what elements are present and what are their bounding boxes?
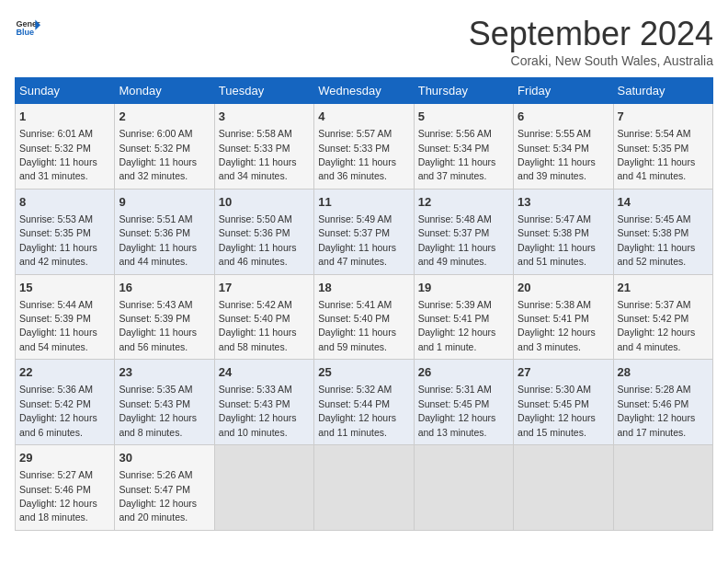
calendar-cell — [613, 445, 712, 531]
cell-info: Sunrise: 6:00 AMSunset: 5:32 PMDaylight:… — [119, 128, 197, 181]
calendar-cell: 27Sunrise: 5:30 AMSunset: 5:45 PMDayligh… — [514, 360, 613, 445]
calendar-cell: 6Sunrise: 5:55 AMSunset: 5:34 PMDaylight… — [514, 104, 613, 190]
cell-info: Sunrise: 5:48 AMSunset: 5:37 PMDaylight:… — [418, 213, 496, 267]
cell-info: Sunrise: 5:36 AMSunset: 5:42 PMDaylight:… — [19, 384, 97, 437]
calendar-cell: 15Sunrise: 5:44 AMSunset: 5:39 PMDayligh… — [16, 274, 115, 360]
cell-info: Sunrise: 5:33 AMSunset: 5:43 PMDaylight:… — [219, 384, 297, 437]
col-friday: Friday — [514, 78, 613, 104]
location: Coraki, New South Wales, Australia — [469, 53, 713, 68]
calendar-cell: 19Sunrise: 5:39 AMSunset: 5:41 PMDayligh… — [414, 274, 513, 360]
day-number: 20 — [518, 280, 609, 296]
calendar-cell: 13Sunrise: 5:47 AMSunset: 5:38 PMDayligh… — [514, 189, 613, 274]
calendar-cell: 21Sunrise: 5:37 AMSunset: 5:42 PMDayligh… — [613, 274, 712, 360]
day-number: 18 — [318, 280, 409, 296]
calendar-cell — [514, 445, 613, 531]
calendar-cell — [214, 445, 313, 531]
header-row: Sunday Monday Tuesday Wednesday Thursday… — [16, 78, 713, 104]
cell-info: Sunrise: 5:32 AMSunset: 5:44 PMDaylight:… — [318, 384, 396, 437]
day-number: 9 — [119, 194, 210, 211]
col-monday: Monday — [115, 78, 214, 104]
cell-info: Sunrise: 5:50 AMSunset: 5:36 PMDaylight:… — [219, 213, 297, 267]
logo-icon: General Blue — [15, 15, 40, 40]
cell-info: Sunrise: 5:57 AMSunset: 5:33 PMDaylight:… — [318, 128, 396, 181]
cell-info: Sunrise: 5:38 AMSunset: 5:41 PMDaylight:… — [518, 299, 596, 352]
calendar-cell: 29Sunrise: 5:27 AMSunset: 5:46 PMDayligh… — [16, 445, 115, 531]
cell-info: Sunrise: 5:53 AMSunset: 5:35 PMDaylight:… — [19, 213, 97, 267]
cell-info: Sunrise: 5:27 AMSunset: 5:46 PMDaylight:… — [19, 469, 97, 523]
cell-info: Sunrise: 5:35 AMSunset: 5:43 PMDaylight:… — [119, 384, 197, 437]
calendar-cell: 4Sunrise: 5:57 AMSunset: 5:33 PMDaylight… — [314, 104, 414, 190]
day-number: 3 — [219, 109, 310, 125]
calendar-cell: 2Sunrise: 6:00 AMSunset: 5:32 PMDaylight… — [115, 104, 214, 190]
day-number: 2 — [119, 109, 210, 125]
calendar-cell: 26Sunrise: 5:31 AMSunset: 5:45 PMDayligh… — [414, 360, 513, 445]
day-number: 21 — [618, 280, 709, 296]
day-number: 16 — [119, 280, 210, 296]
calendar-cell: 8Sunrise: 5:53 AMSunset: 5:35 PMDaylight… — [16, 189, 115, 274]
calendar-cell: 23Sunrise: 5:35 AMSunset: 5:43 PMDayligh… — [115, 360, 214, 445]
calendar-cell: 5Sunrise: 5:56 AMSunset: 5:34 PMDaylight… — [414, 104, 513, 190]
table-row: 15Sunrise: 5:44 AMSunset: 5:39 PMDayligh… — [16, 274, 713, 360]
logo: General Blue — [15, 15, 40, 40]
cell-info: Sunrise: 5:42 AMSunset: 5:40 PMDaylight:… — [219, 299, 297, 352]
day-number: 27 — [518, 364, 609, 381]
calendar-cell: 30Sunrise: 5:26 AMSunset: 5:47 PMDayligh… — [115, 445, 214, 531]
day-number: 25 — [318, 364, 409, 381]
cell-info: Sunrise: 5:47 AMSunset: 5:38 PMDaylight:… — [518, 213, 596, 267]
calendar-cell: 17Sunrise: 5:42 AMSunset: 5:40 PMDayligh… — [214, 274, 313, 360]
day-number: 14 — [618, 194, 709, 211]
title-block: September 2024 Coraki, New South Wales, … — [469, 15, 713, 68]
svg-text:Blue: Blue — [16, 28, 34, 37]
table-row: 22Sunrise: 5:36 AMSunset: 5:42 PMDayligh… — [16, 360, 713, 445]
calendar-cell: 16Sunrise: 5:43 AMSunset: 5:39 PMDayligh… — [115, 274, 214, 360]
day-number: 15 — [19, 280, 110, 296]
calendar-cell: 10Sunrise: 5:50 AMSunset: 5:36 PMDayligh… — [214, 189, 313, 274]
day-number: 5 — [418, 109, 509, 125]
cell-info: Sunrise: 5:28 AMSunset: 5:46 PMDaylight:… — [618, 384, 696, 437]
col-saturday: Saturday — [613, 78, 712, 104]
col-tuesday: Tuesday — [214, 78, 313, 104]
cell-info: Sunrise: 5:39 AMSunset: 5:41 PMDaylight:… — [418, 299, 496, 352]
cell-info: Sunrise: 5:31 AMSunset: 5:45 PMDaylight:… — [418, 384, 496, 437]
cell-info: Sunrise: 6:01 AMSunset: 5:32 PMDaylight:… — [19, 128, 97, 181]
calendar-cell: 3Sunrise: 5:58 AMSunset: 5:33 PMDaylight… — [214, 104, 313, 190]
calendar-cell: 12Sunrise: 5:48 AMSunset: 5:37 PMDayligh… — [414, 189, 513, 274]
day-number: 8 — [19, 194, 110, 211]
day-number: 17 — [219, 280, 310, 296]
calendar-cell: 18Sunrise: 5:41 AMSunset: 5:40 PMDayligh… — [314, 274, 414, 360]
cell-info: Sunrise: 5:43 AMSunset: 5:39 PMDaylight:… — [119, 299, 197, 352]
cell-info: Sunrise: 5:56 AMSunset: 5:34 PMDaylight:… — [418, 128, 496, 181]
day-number: 19 — [418, 280, 509, 296]
col-thursday: Thursday — [414, 78, 513, 104]
calendar-cell: 11Sunrise: 5:49 AMSunset: 5:37 PMDayligh… — [314, 189, 414, 274]
day-number: 11 — [318, 194, 409, 211]
calendar-cell: 9Sunrise: 5:51 AMSunset: 5:36 PMDaylight… — [115, 189, 214, 274]
cell-info: Sunrise: 5:51 AMSunset: 5:36 PMDaylight:… — [119, 213, 197, 267]
cell-info: Sunrise: 5:37 AMSunset: 5:42 PMDaylight:… — [618, 299, 696, 352]
cell-info: Sunrise: 5:54 AMSunset: 5:35 PMDaylight:… — [618, 128, 696, 181]
cell-info: Sunrise: 5:49 AMSunset: 5:37 PMDaylight:… — [318, 213, 396, 267]
table-row: 29Sunrise: 5:27 AMSunset: 5:46 PMDayligh… — [16, 445, 713, 531]
day-number: 12 — [418, 194, 509, 211]
calendar-cell: 7Sunrise: 5:54 AMSunset: 5:35 PMDaylight… — [613, 104, 712, 190]
cell-info: Sunrise: 5:58 AMSunset: 5:33 PMDaylight:… — [219, 128, 297, 181]
day-number: 22 — [19, 364, 110, 381]
page-header: General Blue September 2024 Coraki, New … — [15, 15, 713, 68]
month-title: September 2024 — [469, 15, 713, 53]
day-number: 30 — [119, 450, 210, 466]
day-number: 10 — [219, 194, 310, 211]
day-number: 29 — [19, 450, 110, 466]
cell-info: Sunrise: 5:55 AMSunset: 5:34 PMDaylight:… — [518, 128, 596, 181]
calendar-cell — [314, 445, 414, 531]
day-number: 28 — [618, 364, 709, 381]
day-number: 26 — [418, 364, 509, 381]
calendar-cell: 25Sunrise: 5:32 AMSunset: 5:44 PMDayligh… — [314, 360, 414, 445]
cell-info: Sunrise: 5:30 AMSunset: 5:45 PMDaylight:… — [518, 384, 596, 437]
calendar-cell: 28Sunrise: 5:28 AMSunset: 5:46 PMDayligh… — [613, 360, 712, 445]
calendar-cell: 20Sunrise: 5:38 AMSunset: 5:41 PMDayligh… — [514, 274, 613, 360]
table-row: 1Sunrise: 6:01 AMSunset: 5:32 PMDaylight… — [16, 104, 713, 190]
calendar-cell — [414, 445, 513, 531]
day-number: 6 — [518, 109, 609, 125]
calendar-table: Sunday Monday Tuesday Wednesday Thursday… — [15, 77, 713, 531]
cell-info: Sunrise: 5:45 AMSunset: 5:38 PMDaylight:… — [618, 213, 696, 267]
